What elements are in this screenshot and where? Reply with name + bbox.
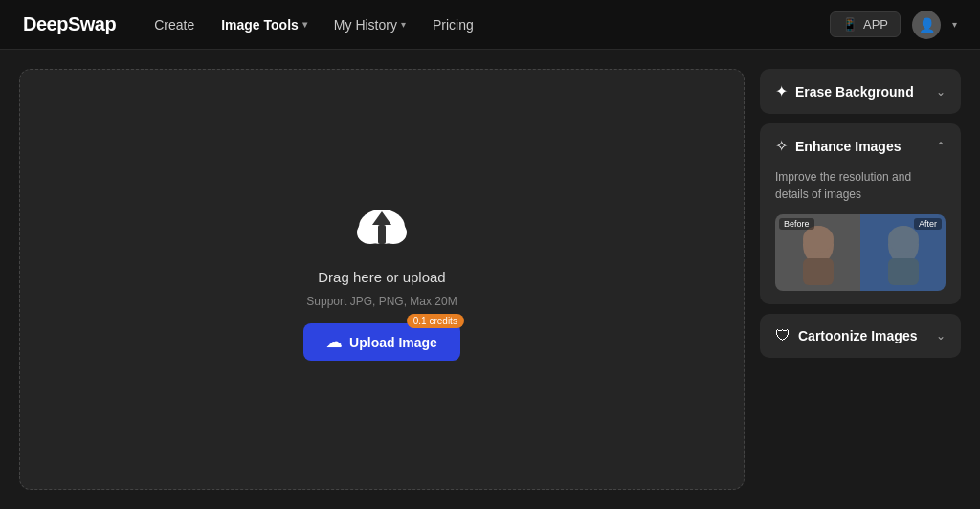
nav-item-pricing[interactable]: Pricing [433, 17, 474, 33]
cartoonize-images-title: Cartoonize Images [798, 328, 917, 343]
svg-rect-7 [803, 258, 834, 285]
main-content: Drag here or upload Support JPG, PNG, Ma… [0, 50, 980, 509]
upload-title: Drag here or upload [318, 269, 445, 285]
erase-background-header[interactable]: ✦ Erase Background ⌄ [760, 69, 961, 114]
svg-rect-3 [378, 225, 386, 244]
header-right: 📱 APP 👤 ▾ [830, 11, 957, 39]
svg-rect-10 [888, 258, 919, 285]
avatar-chevron-icon[interactable]: ▾ [952, 19, 957, 30]
enhance-images-title: Enhance Images [795, 139, 902, 154]
sidebar: ✦ Erase Background ⌄ ✧ Enhance Images ⌃ … [760, 69, 961, 490]
after-label: After [914, 218, 942, 230]
cartoonize-images-title-row: 🛡 Cartoonize Images [775, 327, 917, 344]
erase-background-title-row: ✦ Erase Background [775, 82, 914, 100]
credits-badge: 0.1 credits [407, 314, 464, 328]
before-label: Before [779, 218, 814, 230]
upload-subtitle: Support JPG, PNG, Max 20M [306, 295, 457, 308]
upload-drop-zone[interactable]: Drag here or upload Support JPG, PNG, Ma… [19, 69, 745, 490]
upload-cloud-icon [351, 198, 412, 259]
cartoonize-icon: 🛡 [775, 327, 791, 344]
preview-after: After [860, 214, 946, 291]
upload-image-button[interactable]: ☁ Upload Image [303, 323, 460, 361]
app-button[interactable]: 📱 APP [830, 11, 901, 37]
nav-item-create[interactable]: Create [154, 17, 194, 33]
enhance-images-description: Improve the resolution and details of im… [775, 168, 946, 203]
avatar[interactable]: 👤 [912, 11, 941, 39]
upload-button-wrapper: 0.1 credits ☁ Upload Image [303, 323, 460, 361]
my-history-chevron-icon: ▾ [401, 19, 406, 30]
enhance-preview: Before After [775, 214, 946, 291]
mobile-icon: 📱 [842, 17, 858, 32]
nav-item-image-tools[interactable]: Image Tools ▾ [221, 17, 307, 33]
svg-point-9 [888, 226, 919, 253]
cartoonize-chevron-icon: ⌄ [936, 329, 946, 343]
enhance-images-icon: ✧ [775, 137, 788, 155]
logo[interactable]: DeepSwap [23, 13, 116, 35]
erase-background-icon: ✦ [775, 82, 788, 100]
cartoonize-images-card: 🛡 Cartoonize Images ⌄ [760, 314, 961, 358]
svg-point-6 [803, 226, 834, 253]
enhance-images-card: ✧ Enhance Images ⌃ Improve the resolutio… [760, 123, 961, 304]
header: DeepSwap Create Image Tools ▾ My History… [0, 0, 980, 50]
nav-item-my-history[interactable]: My History ▾ [334, 17, 406, 33]
enhance-images-title-row: ✧ Enhance Images [775, 137, 902, 155]
cartoonize-images-header[interactable]: 🛡 Cartoonize Images ⌄ [760, 314, 961, 358]
enhance-images-header[interactable]: ✧ Enhance Images ⌃ [760, 123, 961, 168]
erase-background-chevron-icon: ⌄ [936, 85, 946, 99]
enhance-images-chevron-icon: ⌃ [936, 140, 946, 153]
image-tools-chevron-icon: ▾ [302, 19, 307, 30]
preview-before: Before [775, 214, 860, 291]
erase-background-card: ✦ Erase Background ⌄ [760, 69, 961, 114]
nav: Create Image Tools ▾ My History ▾ Pricin… [154, 17, 830, 33]
enhance-images-body: Improve the resolution and details of im… [760, 168, 961, 304]
upload-icon: ☁ [326, 333, 342, 351]
erase-background-title: Erase Background [795, 84, 914, 100]
